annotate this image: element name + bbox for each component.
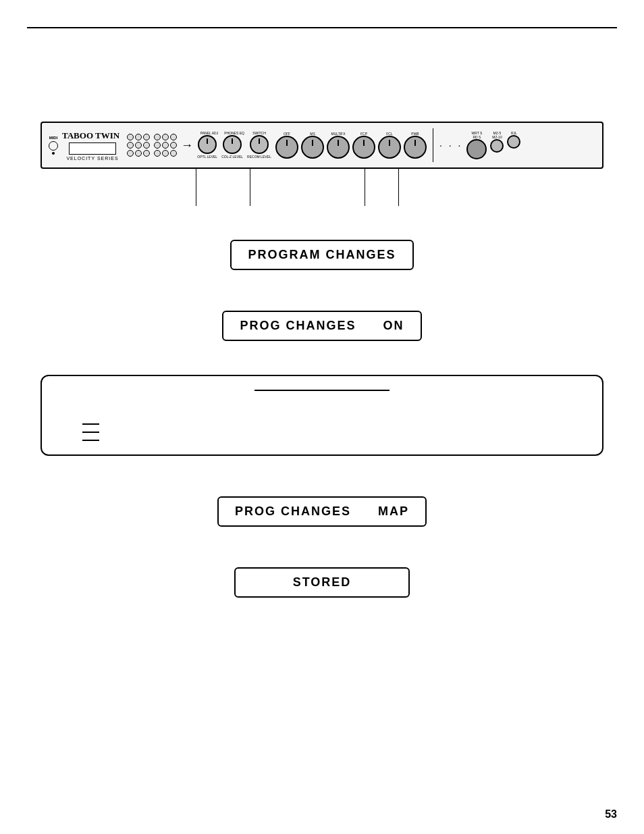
btn-15 — [170, 142, 177, 149]
annot-line-2 — [250, 169, 250, 206]
stored-title: STORED — [293, 575, 352, 590]
annot-line-1 — [196, 169, 196, 206]
prog-changes-on-section: PROG CHANGES ON — [41, 311, 603, 341]
btn-14 — [162, 142, 169, 149]
info-panel — [41, 375, 603, 456]
midi-circle — [49, 141, 58, 151]
btn-9 — [143, 150, 150, 157]
knob-item-3: RECOM LEVEL — [247, 135, 271, 159]
dots-label: · · · — [439, 140, 462, 151]
annot-line-4 — [398, 169, 399, 206]
btn-10 — [154, 134, 161, 140]
knob-switch-label: RECOM LEVEL — [247, 155, 271, 159]
prog-changes-map-section: PROG CHANGES MAP — [41, 496, 603, 527]
btn-row-6 — [154, 150, 177, 157]
right-knobs: WRT SRD S MZ-5MZ-10 RJL — [466, 131, 520, 159]
prog-changes-on-value: ON — [383, 319, 404, 333]
knob-fcl — [378, 136, 401, 159]
med-knob-pwb: PWB — [404, 132, 427, 159]
btn-row-3 — [127, 150, 150, 157]
med-knob-fcl: FCL — [378, 132, 401, 159]
btn-1 — [127, 134, 134, 140]
btn-17 — [162, 150, 169, 157]
device-box: MIDI TABOO TWIN VELOCITY SERIES — [41, 122, 603, 169]
knob-item-1: OPTL LEVEL — [197, 135, 217, 159]
knob-mz — [490, 139, 504, 153]
prog-changes-on-label: PROG CHANGES — [240, 319, 356, 333]
right-knob-2: MZ-5MZ-10 — [490, 131, 504, 153]
bullet-line-3 — [82, 440, 99, 441]
top-border — [27, 27, 617, 28]
main-content: MIDI TABOO TWIN VELOCITY SERIES — [27, 41, 617, 807]
button-grid-section — [127, 134, 150, 157]
large-knobs-group: PANEL ADJ PHONES EQ SWITCH OPTL LEVEL CO… — [197, 131, 271, 159]
large-knobs: OPTL LEVEL COL-Z LEVEL RECOM LEVEL — [197, 135, 271, 159]
med-knob-ms: MS — [301, 132, 324, 159]
btn-row-5 — [154, 142, 177, 149]
btn-12 — [170, 134, 177, 140]
bullet-line-1 — [82, 423, 99, 425]
prog-changes-map-label: PROG CHANGES — [235, 504, 351, 519]
knob-panel-adj-label: OPTL LEVEL — [197, 155, 217, 159]
info-bullets — [82, 423, 582, 441]
program-changes-section: PROGRAM CHANGES — [41, 240, 603, 270]
btn-row-2 — [127, 142, 150, 149]
prog-changes-map-value: MAP — [378, 504, 409, 519]
device-brand: TABOO TWIN — [62, 130, 123, 141]
btn-6 — [143, 142, 150, 149]
bullet-line-2 — [82, 432, 99, 433]
btn-7 — [127, 150, 134, 157]
knob-rjl — [507, 135, 520, 149]
btn-16 — [154, 150, 161, 157]
prog-changes-on-box: PROG CHANGES ON — [222, 311, 421, 341]
med-knob-fcp: FCP — [352, 132, 375, 159]
arrow-symbol: → — [181, 138, 193, 153]
right-knob-wrt: WRT SRD S — [466, 131, 487, 159]
brand-text: TABOO TWIN — [62, 130, 119, 140]
knob-ms — [301, 136, 324, 159]
knob-panel-adj — [198, 135, 217, 154]
button-grid-section-2 — [154, 134, 177, 157]
btn-11 — [162, 134, 169, 140]
knob-off — [275, 136, 298, 159]
right-knob-2-label: MZ-5MZ-10 — [492, 131, 502, 139]
program-changes-title: PROGRAM CHANGES — [248, 248, 396, 262]
btn-5 — [135, 142, 142, 149]
btn-3 — [143, 134, 150, 140]
annot-line-3 — [365, 169, 365, 206]
bullet-2 — [82, 432, 582, 433]
medium-knobs: OFF MS MULTIFX FCP FCL — [275, 132, 427, 159]
lcd-display — [69, 142, 116, 155]
prog-changes-map-box: PROG CHANGES MAP — [217, 496, 427, 527]
btn-2 — [135, 134, 142, 140]
bullet-3 — [82, 440, 582, 441]
page-number: 53 — [605, 808, 617, 820]
knob-multfx — [327, 136, 350, 159]
brand-section: TABOO TWIN VELOCITY SERIES — [62, 130, 123, 161]
annotation-lines — [41, 169, 603, 206]
med-knob-multfx: MULTIFX — [327, 132, 350, 159]
midi-label: MIDI — [49, 136, 58, 140]
knob-wrt — [466, 139, 487, 159]
info-panel-line — [254, 390, 390, 391]
knob-fcp — [352, 136, 375, 159]
knob-item-2: COL-Z LEVEL — [221, 135, 243, 159]
midi-dot — [52, 152, 55, 155]
knob-pwb — [404, 136, 427, 159]
knob-phones-label: COL-Z LEVEL — [221, 155, 243, 159]
med-knob-off: OFF — [275, 132, 298, 159]
right-knob-wrt-label: WRT SRD S — [471, 131, 482, 139]
right-knob-3: RJL — [507, 131, 520, 149]
btn-4 — [127, 142, 134, 149]
device-series: VELOCITY SERIES — [66, 156, 118, 161]
btn-13 — [154, 142, 161, 149]
knob-phones-level — [223, 135, 242, 154]
btn-18 — [170, 150, 177, 157]
btn-8 — [135, 150, 142, 157]
stored-box: STORED — [234, 567, 410, 598]
device-diagram: MIDI TABOO TWIN VELOCITY SERIES — [41, 122, 603, 169]
bullet-1 — [82, 423, 582, 425]
program-changes-box: PROGRAM CHANGES — [230, 240, 413, 270]
btn-row-4 — [154, 134, 177, 140]
divider-v — [433, 128, 433, 162]
